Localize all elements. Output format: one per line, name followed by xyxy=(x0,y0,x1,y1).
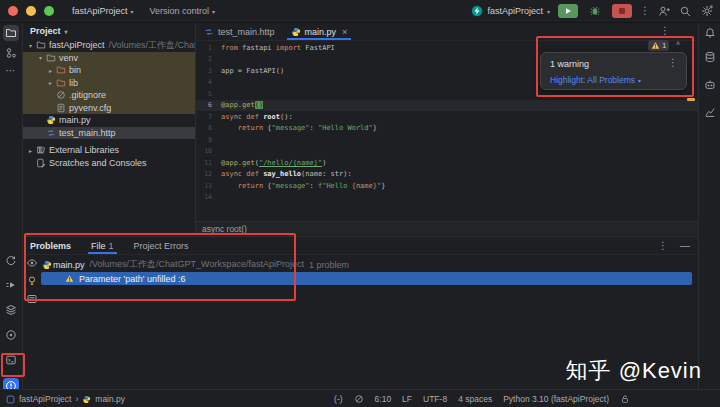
status-item[interactable]: 4 spaces xyxy=(458,394,492,404)
project-tool-button[interactable] xyxy=(3,25,19,41)
code-line-12[interactable]: 12async def say_hello(name: str): xyxy=(196,169,698,181)
collapse-widget-icon[interactable]: ˄ xyxy=(676,40,680,47)
more-actions-icon[interactable]: ⋮ xyxy=(640,6,650,16)
tree-item-fastapiproject[interactable]: ▾fastApiProject/Volumes/工作盘/ChatGPT_Work xyxy=(23,39,195,52)
chevron-down-icon: ▾ xyxy=(131,8,134,15)
tree-item-main-py[interactable]: main.py xyxy=(23,114,195,127)
status-item[interactable]: LF xyxy=(402,394,412,404)
tab-test-main-http[interactable]: test_main.http xyxy=(196,23,283,40)
inspection-widget[interactable]: 1 xyxy=(648,40,669,51)
stop-button[interactable] xyxy=(612,4,632,18)
search-everywhere-icon[interactable] xyxy=(679,5,692,18)
problems-options-icon[interactable]: ⋮ xyxy=(658,241,668,251)
libs-icon xyxy=(35,145,46,155)
chevron-down-icon[interactable]: ▾ xyxy=(26,42,35,49)
project-panel-title: Project xyxy=(30,26,61,36)
chevron-right-icon[interactable]: ▸ xyxy=(46,67,55,74)
code-text: async def root(): xyxy=(221,113,293,121)
code-text: app = FastAPI() xyxy=(221,67,284,75)
warning-stripe-mark[interactable] xyxy=(687,98,695,101)
terminal-tool-button[interactable] xyxy=(3,352,19,368)
chevron-down-icon[interactable]: ▾ xyxy=(36,54,45,61)
problems-file-row[interactable]: main.py /Volumes/工作盘/ChatGPT_Workspace/f… xyxy=(41,258,349,271)
run-tool-button[interactable] xyxy=(3,277,19,293)
file-tab-count: 1 xyxy=(109,241,114,251)
chevron-right-icon[interactable]: ▸ xyxy=(46,79,55,86)
code-text: from fastapi import FastAPI xyxy=(221,44,335,52)
project-tree: ▾fastApiProject/Volumes/工作盘/ChatGPT_Work… xyxy=(23,39,195,169)
chevron-down-icon: ▾ xyxy=(547,8,550,15)
watermark: 知乎 @Kevin xyxy=(566,356,702,386)
tree-item-external-libraries[interactable]: ▸External Libraries xyxy=(23,144,195,157)
python-packages-tool-button[interactable] xyxy=(3,253,19,269)
version-control-menu[interactable]: Version control▾ xyxy=(150,6,216,16)
line-number: 9 xyxy=(196,136,212,144)
sciview-tool-button[interactable] xyxy=(702,104,718,120)
http-file-icon xyxy=(204,27,214,37)
file-tab-label: File xyxy=(91,241,106,251)
project-menu[interactable]: fastApiProject▾ xyxy=(72,6,134,16)
code-line-13[interactable]: 13 return {"message": f"Hello {name}"} xyxy=(196,180,698,192)
status-breadcrumb-project[interactable]: fastApiProject xyxy=(19,394,71,404)
line-number: 5 xyxy=(196,90,212,98)
line-number: 3 xyxy=(196,67,212,75)
notifications-bell-icon[interactable] xyxy=(702,25,718,41)
code-line-14[interactable]: 14 xyxy=(196,192,698,204)
rerun-button[interactable] xyxy=(558,4,578,18)
tree-item-test-main-http[interactable]: test_main.http xyxy=(23,127,195,140)
code-line-10[interactable]: 10 xyxy=(196,146,698,158)
context-breadcrumb[interactable]: async root() xyxy=(202,224,247,234)
status-item[interactable]: UTF-8 xyxy=(423,394,447,404)
settings-gear-icon[interactable] xyxy=(700,4,714,18)
tab-project-errors[interactable]: Project Errors xyxy=(134,237,189,254)
code-line-11[interactable]: 11@app.get("/hello/{name}") xyxy=(196,157,698,169)
database-tool-button[interactable] xyxy=(702,49,718,65)
tab-main-py[interactable]: main.py × xyxy=(283,23,356,40)
project-panel-header[interactable]: Project ▾ xyxy=(23,23,195,39)
code-line-7[interactable]: 7async def root(): xyxy=(196,111,698,123)
window-minimize-button[interactable] xyxy=(26,6,36,16)
problems-panel-title[interactable]: Problems xyxy=(30,241,71,251)
editor-options-icon[interactable]: ⋮ xyxy=(660,26,670,36)
chevron-right-icon[interactable]: ▸ xyxy=(26,147,35,154)
debug-button[interactable] xyxy=(586,4,604,18)
tab-label: test_main.http xyxy=(218,27,275,37)
code-line-8[interactable]: 8 return {"message": "Hello World"} xyxy=(196,123,698,135)
breadcrumb-separator: › xyxy=(75,394,78,404)
status-item[interactable]: 6:10 xyxy=(375,394,392,404)
window-zoom-button[interactable] xyxy=(44,6,54,16)
services-tool-button[interactable] xyxy=(3,302,19,318)
quick-fix-lightbulb-icon[interactable] xyxy=(26,275,38,287)
line-number: 12 xyxy=(196,170,212,178)
popup-title: 1 warning xyxy=(550,59,589,69)
window-close-button[interactable] xyxy=(8,6,18,16)
tree-item-pyvenv-cfg[interactable]: pyvenv.cfg xyxy=(23,102,195,115)
code-with-me-users-icon[interactable] xyxy=(658,5,671,18)
tab-file[interactable]: File 1 xyxy=(91,237,114,254)
problems-warning-row[interactable]: Parameter 'path' unfilled :6 xyxy=(41,272,692,285)
close-tab-icon[interactable]: × xyxy=(342,27,347,37)
inspection-settings-icon[interactable] xyxy=(26,293,38,305)
status-breadcrumb-file[interactable]: main.py xyxy=(95,394,125,404)
highlighting-level-icon[interactable] xyxy=(354,394,364,404)
tree-item-lib[interactable]: ▸lib xyxy=(23,77,195,90)
tree-item-scratches-and-consoles[interactable]: Scratches and Consoles xyxy=(23,157,195,170)
popup-menu-icon[interactable]: ⋮ xyxy=(668,58,678,68)
hide-panel-icon[interactable]: — xyxy=(680,240,690,251)
python-console-tool-button[interactable] xyxy=(3,327,19,343)
tree-item-gitignore[interactable]: .gitignore xyxy=(23,89,195,102)
highlight-problems-link[interactable]: Highlight: All Problems ▾ xyxy=(550,75,641,85)
fastapi-logo-icon xyxy=(471,5,483,17)
code-line-9[interactable]: 9 xyxy=(196,134,698,146)
tree-item-bin[interactable]: ▸bin xyxy=(23,64,195,77)
ai-assistant-tool-button[interactable] xyxy=(702,77,718,93)
tree-item-venv[interactable]: ▾venv xyxy=(23,52,195,65)
run-configuration-select[interactable]: fastApiProject ▾ xyxy=(471,5,550,17)
view-options-eye-icon[interactable] xyxy=(26,257,38,269)
commit-tool-button[interactable] xyxy=(3,45,19,61)
code-line-6[interactable]: 6@app.get() xyxy=(196,100,698,112)
lock-icon[interactable] xyxy=(620,394,630,404)
status-item[interactable]: Python 3.10 (fastApiProject) xyxy=(503,394,609,404)
more-tool-windows-icon[interactable]: ⋯ xyxy=(3,62,19,78)
line-number: 8 xyxy=(196,124,212,132)
